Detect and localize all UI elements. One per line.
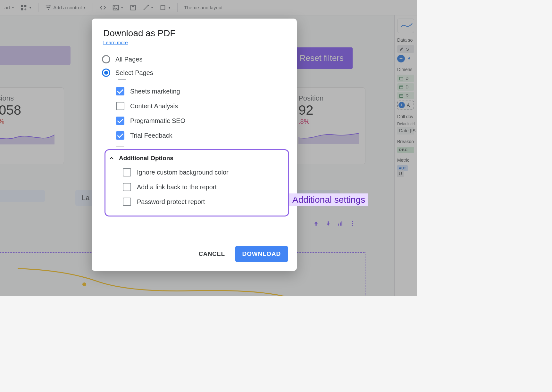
position-delta: .8% — [298, 118, 359, 125]
position-value: 92 — [298, 102, 359, 118]
position-card: Position 92 .8% — [292, 87, 365, 164]
image-button[interactable]: ▼ — [110, 3, 126, 12]
dimension-chip-2[interactable]: D — [397, 83, 414, 91]
pages-list[interactable]: Sheets marketing Content Analysis Progra… — [116, 79, 297, 147]
chart-action-toolbar — [313, 220, 356, 228]
line-button[interactable]: ▼ — [140, 3, 156, 12]
page-checkbox-cutoff[interactable] — [116, 143, 290, 147]
svg-point-6 — [114, 6, 115, 7]
breakdown-chip[interactable]: RBC — [397, 147, 414, 153]
checkbox-icon — [123, 168, 131, 176]
position-label: Position — [298, 94, 359, 102]
right-properties-panel: Data so S + B Dimens D D D +A Drill dov … — [394, 15, 417, 296]
impressions-label: ressions — [0, 94, 57, 102]
export-icon[interactable] — [337, 220, 344, 228]
svg-point-8 — [147, 4, 149, 6]
download-pdf-dialog: Download as PDF Learn more All Pages Sel… — [92, 19, 297, 271]
data-source-heading: Data so — [397, 37, 414, 43]
text-button[interactable] — [128, 3, 138, 12]
sort-desc-icon[interactable] — [325, 220, 331, 228]
svg-point-4 — [47, 7, 48, 8]
cancel-button[interactable]: CANCEL — [194, 247, 229, 261]
svg-point-3 — [49, 5, 51, 6]
chevron-up-icon — [109, 155, 114, 161]
radio-all-pages[interactable]: All Pages — [101, 53, 297, 66]
radio-icon — [102, 55, 110, 63]
additional-options-toggle[interactable]: Additional Options — [109, 155, 282, 162]
toolbar: art▼ ▼ Add a control▼ ▼ ▼ ▼ Theme and la… — [0, 0, 417, 15]
checkbox-icon — [123, 183, 131, 191]
svg-rect-12 — [338, 224, 339, 226]
impressions-value: 6,058 — [0, 102, 57, 118]
option-password-protect[interactable]: Password protect report — [123, 194, 282, 209]
community-viz-button[interactable]: ▼ — [18, 3, 34, 12]
drill-field[interactable]: Date (IS — [397, 127, 414, 135]
learn-more-link[interactable]: Learn more — [103, 40, 128, 45]
default-drill-label: Default dri — [397, 122, 414, 126]
plus-icon: + — [397, 55, 405, 62]
svg-point-16 — [352, 223, 353, 224]
checkbox-icon — [116, 102, 124, 110]
svg-rect-13 — [340, 223, 341, 226]
radio-select-pages[interactable]: Select Pages — [101, 66, 297, 79]
impressions-delta: -1.2% — [0, 118, 57, 125]
add-control-button[interactable]: Add a control▼ — [43, 3, 88, 12]
dimension-chip-3[interactable]: D — [397, 92, 414, 99]
theme-layout-button[interactable]: Theme and layout — [182, 4, 224, 12]
dropdown-1[interactable]: ▼ — [0, 190, 45, 202]
checkbox-icon — [116, 87, 124, 95]
reset-filters-button[interactable]: Reset filters — [291, 47, 353, 69]
impressions-card: ressions 6,058 -1.2% — [0, 87, 64, 164]
svg-point-10 — [82, 282, 86, 286]
add-dimension-button[interactable]: +A — [397, 101, 414, 110]
page-checkbox-programmatic-seo[interactable]: Programmatic SEO — [116, 113, 290, 128]
dialog-title: Download as PDF — [103, 28, 285, 38]
metric-heading: Metric — [397, 158, 414, 163]
option-ignore-background[interactable]: Ignore custom background color — [123, 165, 282, 180]
annotation-callout: Additional settings — [289, 193, 368, 206]
page-checkbox-sheets-marketing[interactable]: Sheets marketing — [116, 84, 290, 99]
svg-rect-14 — [341, 221, 342, 225]
page-checkbox-content-analysis[interactable]: Content Analysis — [116, 99, 290, 113]
position-sparkline — [298, 125, 359, 144]
checkbox-icon — [116, 146, 124, 147]
svg-point-15 — [352, 221, 353, 222]
chart-menu[interactable]: art▼ — [3, 4, 16, 12]
additional-options-section: Additional Options Ignore custom backgro… — [105, 149, 289, 216]
sort-asc-icon[interactable] — [313, 220, 319, 228]
chart-type-thumb[interactable] — [397, 19, 414, 33]
page-checkbox-trial-feedback[interactable]: Trial Feedback — [116, 128, 290, 143]
svg-point-17 — [352, 225, 353, 226]
purple-block — [0, 46, 71, 65]
svg-rect-19 — [400, 86, 403, 88]
radio-icon — [102, 69, 110, 77]
data-source-chip[interactable]: S — [397, 45, 414, 53]
list-cut-indicator — [118, 79, 126, 80]
checkbox-icon — [116, 117, 124, 125]
download-button[interactable]: DOWNLOAD — [235, 246, 288, 262]
checkbox-icon — [116, 131, 124, 140]
embed-button[interactable] — [97, 3, 108, 12]
pencil-icon — [399, 46, 404, 52]
dimensions-heading: Dimens — [397, 67, 414, 72]
shape-button[interactable]: ▼ — [157, 3, 173, 12]
svg-rect-20 — [400, 94, 403, 97]
metric-row[interactable]: AUT U — [397, 165, 414, 176]
checkbox-icon — [123, 198, 131, 206]
svg-rect-9 — [161, 5, 165, 10]
svg-rect-1 — [24, 5, 26, 7]
blend-data-row[interactable]: + B — [397, 55, 414, 62]
breakdown-heading: Breakdo — [397, 139, 414, 144]
option-link-back[interactable]: Add a link back to the report — [123, 180, 282, 194]
more-icon[interactable] — [349, 220, 356, 228]
svg-rect-0 — [21, 5, 23, 7]
drill-down-heading: Drill dov — [397, 114, 414, 119]
calendar-icon — [399, 85, 404, 89]
impressions-sparkline — [0, 125, 57, 144]
calendar-icon — [399, 94, 404, 98]
svg-rect-2 — [21, 8, 23, 10]
svg-rect-18 — [400, 77, 403, 80]
dimension-chip-1[interactable]: D — [397, 75, 414, 82]
calendar-icon — [399, 76, 404, 81]
